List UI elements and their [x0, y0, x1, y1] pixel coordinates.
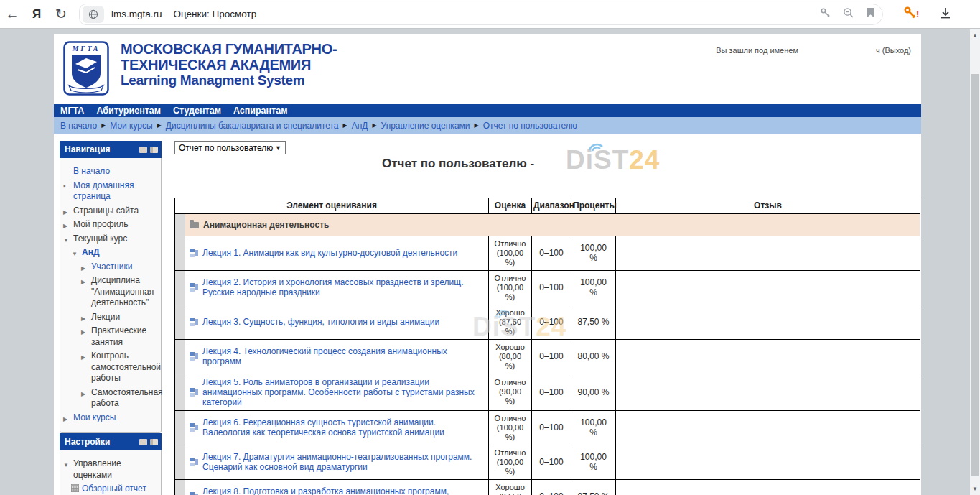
grade-item-link[interactable]: Лекция 3. Сущность, функция, типология и… — [202, 317, 439, 327]
academy-name-line1: МОСКОВСКАЯ ГУМАНИТАРНО- — [121, 41, 337, 57]
sidebar-settings-item[interactable]: ▼Управление оценками — [62, 458, 159, 481]
scrollbar-down-icon[interactable]: ▼ — [970, 486, 980, 492]
sidebar-settings-item-label[interactable]: Управление оценками — [73, 458, 121, 480]
breadcrumb-item[interactable]: Отчет по пользователю — [483, 121, 577, 131]
range-cell: 0–100 — [532, 305, 571, 339]
scrollbar-thumb[interactable] — [971, 74, 979, 476]
address-bar[interactable]: lms.mgta.ru Оценки: Просмотр — [79, 4, 883, 25]
grade-cell: Хорошо(87,50 %) — [489, 479, 532, 495]
grade-item-link[interactable]: Лекция 7. Драматургия анимационно-театра… — [202, 452, 484, 472]
navbar-item-1[interactable]: МГТА — [60, 106, 84, 116]
sidebar-nav-item[interactable]: ▶Самостоятельная работа — [62, 387, 159, 410]
collapse-block-icon[interactable] — [139, 439, 147, 445]
sidebar-nav-item[interactable]: ▶Мои курсы — [62, 412, 159, 424]
sidebar-nav-item-label[interactable]: Моя домашняя страница — [73, 180, 134, 202]
expand-arrow-icon[interactable]: ▶ — [81, 263, 85, 274]
item-cell: Лекция 2. История и хронология массовых … — [185, 270, 489, 305]
zoom-icon[interactable] — [843, 7, 854, 22]
sidebar-nav-item-label[interactable]: Страницы сайта — [73, 205, 139, 216]
expand-arrow-icon[interactable]: ▶ — [63, 221, 67, 232]
breadcrumb-item[interactable]: Управление оценками — [381, 121, 470, 131]
collapse-arrow-icon[interactable]: ▼ — [72, 249, 78, 260]
grade-percent: (100,00 %) — [493, 423, 527, 442]
sidebar-nav-item-label[interactable]: Мой профиль — [73, 219, 129, 229]
navbar-item-2[interactable]: Абитуриентам — [96, 106, 161, 116]
sidebar-nav-item-label[interactable]: Текущий курс — [73, 233, 127, 244]
sidebar-nav-item[interactable]: ▶Мой профиль — [62, 219, 159, 231]
grade-item-link[interactable]: Лекция 8. Подготовка и разработка анимац… — [202, 486, 484, 495]
sidebar-nav-item-label[interactable]: Мои курсы — [73, 412, 116, 422]
download-icon[interactable] — [939, 6, 952, 22]
percent-cell: 90,00 % — [571, 374, 616, 410]
breadcrumb-item[interactable]: В начало — [60, 121, 97, 131]
navbar-item-4[interactable]: Аспирантам — [233, 106, 288, 116]
range-cell: 0–100 — [532, 410, 571, 445]
grade-label: Отлично — [493, 239, 527, 249]
expand-arrow-icon[interactable]: ▶ — [63, 207, 67, 218]
grade-percent: (100,00 %) — [493, 458, 527, 476]
sidebar-nav-item-label[interactable]: Контроль самостоятельной работы — [91, 351, 161, 383]
sidebar-nav-item-label[interactable]: В начало — [73, 166, 110, 176]
sidebar-nav-item[interactable]: ▼Текущий курс — [62, 233, 159, 245]
feedback-cell — [616, 410, 920, 445]
sidebar-nav-item-label[interactable]: Лекции — [91, 312, 120, 322]
sidebar-nav-item-label[interactable]: Дисциплина "Анимационная деятельность" — [91, 275, 154, 307]
sidebar-settings-item[interactable]: Обзорный отчет — [62, 484, 159, 495]
expand-arrow-icon[interactable]: ▶ — [81, 277, 85, 288]
item-cell: Лекция 7. Драматургия анимационно-театра… — [185, 445, 489, 479]
password-alert-icon[interactable]: ! — [903, 6, 920, 23]
navbar-item-3[interactable]: Студентам — [173, 106, 221, 116]
percent-cell: 100,00 % — [571, 410, 616, 445]
sidebar-nav-item[interactable]: В начало — [62, 166, 159, 177]
sidebar-nav-item[interactable]: ▶Лекции — [62, 312, 159, 323]
logout-link[interactable]: ч (Выход) — [876, 46, 911, 55]
dock-block-icon[interactable] — [150, 147, 158, 153]
refresh-button[interactable]: ↻ — [49, 6, 73, 22]
settings-block-header: Настройки — [60, 433, 162, 450]
login-status: Вы зашли под именем ч (Выход) — [716, 46, 911, 55]
sidebar-nav-item[interactable]: ▼АнД — [62, 247, 159, 259]
page-scrollbar[interactable]: ▲ ▼ — [970, 29, 980, 495]
grade-item-link[interactable]: Лекция 2. История и хронология массовых … — [202, 277, 484, 297]
sidebar-nav-item[interactable]: ▶Практические занятия — [62, 325, 159, 348]
report-type-select[interactable]: Отчет по пользователю ▼ — [174, 141, 286, 154]
collapse-block-icon[interactable] — [139, 147, 147, 153]
key-icon[interactable] — [820, 7, 831, 22]
sidebar-nav-item[interactable]: ▶Контроль самостоятельной работы — [62, 351, 159, 384]
breadcrumb-item[interactable]: Дисциплины бакалавриата и специалитета — [166, 121, 339, 131]
collapse-arrow-icon[interactable]: ▼ — [63, 460, 69, 471]
back-button[interactable]: ← — [0, 6, 24, 22]
breadcrumb-item[interactable]: Мои курсы — [110, 121, 152, 131]
indent-gutter — [175, 410, 185, 445]
collapse-arrow-icon[interactable]: ▼ — [63, 235, 69, 246]
grade-item-link[interactable]: Лекция 6. Рекреационная сущность туристс… — [202, 417, 484, 438]
sidebar-nav-item-label[interactable]: АнД — [82, 247, 99, 257]
sidebar-nav-item[interactable]: ▶Дисциплина "Анимационная деятельность" — [62, 275, 159, 309]
lesson-icon — [190, 458, 198, 466]
sidebar-nav-item-label[interactable]: Практические занятия — [91, 325, 146, 347]
indent-gutter — [175, 236, 185, 270]
grade-item-link[interactable]: Лекция 1. Анимация как вид культурно-дос… — [202, 248, 457, 258]
expand-arrow-icon[interactable]: ▶ — [81, 313, 85, 325]
sidebar-nav-item-label[interactable]: Участники — [91, 262, 132, 272]
grade-item-link[interactable]: Лекция 5. Роль аниматоров в организации … — [202, 377, 484, 407]
dock-block-icon[interactable] — [150, 439, 158, 445]
sidebar-nav-item[interactable]: ▪Моя домашняя страница — [62, 180, 159, 203]
expand-arrow-icon[interactable]: ▶ — [81, 352, 85, 364]
academy-logo: МГТА — [63, 41, 109, 96]
yandex-button[interactable]: Я — [24, 7, 49, 22]
url-text[interactable]: lms.mgta.ru — [111, 9, 162, 19]
bullet-icon: ▪ — [63, 180, 66, 192]
sidebar-nav-item-label[interactable]: Самостоятельная работа — [91, 387, 163, 409]
expand-arrow-icon[interactable]: ▶ — [63, 414, 67, 425]
expand-arrow-icon[interactable]: ▶ — [81, 327, 85, 338]
sidebar-settings-item-label[interactable]: Обзорный отчет — [82, 484, 146, 494]
report-title: Отчет по пользователю - — [382, 157, 534, 171]
grade-item-link[interactable]: Лекция 4. Технологический процесс создан… — [202, 346, 484, 366]
breadcrumb-item[interactable]: АнД — [352, 121, 368, 131]
expand-arrow-icon[interactable]: ▶ — [81, 389, 85, 400]
scrollbar-up-icon[interactable]: ▲ — [970, 32, 980, 39]
bookmark-icon[interactable] — [866, 7, 875, 21]
sidebar-nav-item[interactable]: ▶Страницы сайта — [62, 205, 159, 217]
sidebar-nav-item[interactable]: ▶Участники — [62, 262, 159, 273]
